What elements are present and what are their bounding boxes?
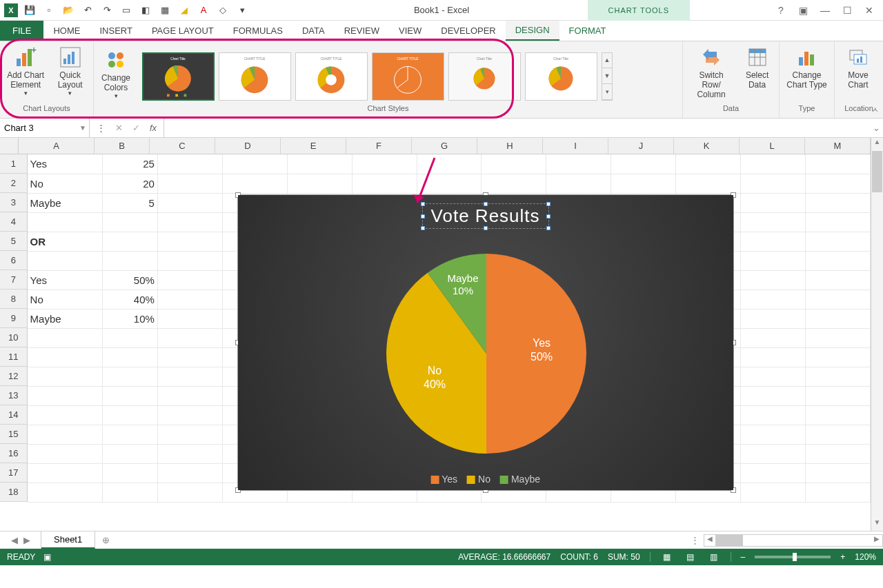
cell-M5[interactable] <box>806 232 871 251</box>
cell-A15[interactable] <box>28 425 103 444</box>
sheet-tab-sheet1[interactable]: Sheet1 <box>41 531 95 549</box>
cell-B13[interactable] <box>103 386 157 405</box>
tab-design[interactable]: DESIGN <box>506 21 559 41</box>
cell-A7[interactable]: Yes <box>28 270 103 290</box>
row-header-1[interactable]: 1 <box>0 154 28 174</box>
cell-M2[interactable] <box>806 174 871 193</box>
column-header-e[interactable]: E <box>281 138 346 154</box>
cell-C14[interactable] <box>157 405 222 425</box>
column-header-b[interactable]: B <box>95 138 150 154</box>
cell-B16[interactable] <box>103 444 157 463</box>
cell-D2[interactable] <box>222 174 287 193</box>
cell-B5[interactable] <box>103 232 157 251</box>
cell-L2[interactable] <box>741 174 806 193</box>
cell-A5[interactable]: OR <box>28 232 103 251</box>
expand-formula-bar-icon[interactable]: ⌄ <box>869 119 883 137</box>
cell-L9[interactable] <box>741 309 806 328</box>
cell-E2[interactable] <box>287 174 352 193</box>
add-chart-element-button[interactable]: + Add Chart Element▾ <box>3 43 48 99</box>
zoom-level[interactable]: 120% <box>855 552 876 562</box>
name-box[interactable]: Chart 3 ▼ <box>0 119 90 137</box>
cell-M15[interactable] <box>806 425 871 444</box>
cell-F2[interactable] <box>352 174 417 193</box>
cell-K1[interactable] <box>676 154 741 174</box>
move-chart-button[interactable]: Move Chart <box>837 43 879 92</box>
cell-B10[interactable] <box>103 328 157 347</box>
cell-A1[interactable]: Yes <box>28 154 103 174</box>
cell-M12[interactable] <box>806 367 871 386</box>
row-header-5[interactable]: 5 <box>0 232 28 251</box>
cell-J2[interactable] <box>611 174 676 193</box>
tab-page-layout[interactable]: PAGE LAYOUT <box>142 21 224 41</box>
cell-C9[interactable] <box>157 309 222 328</box>
column-header-i[interactable]: I <box>543 138 608 154</box>
chart-style-5[interactable]: Chart Title <box>448 52 521 101</box>
view-page-break-icon[interactable]: ▥ <box>707 551 721 562</box>
qat-fill-icon[interactable]: ◢ <box>177 3 192 18</box>
scroll-more-icon[interactable]: ▾ <box>602 84 612 100</box>
qat-clear-icon[interactable]: ◇ <box>215 3 230 18</box>
chart-canvas[interactable]: Vote Results <box>238 195 733 490</box>
row-header-9[interactable]: 9 <box>0 309 28 328</box>
chart-style-2[interactable]: CHART TITLE <box>219 52 291 101</box>
cell-M11[interactable] <box>806 347 871 367</box>
chart-style-3[interactable]: CHART TITLE <box>295 52 368 101</box>
horizontal-scrollbar[interactable]: ◀ ▶ <box>704 534 883 547</box>
collapse-ribbon-icon[interactable]: ㅅ <box>871 105 879 115</box>
cell-I2[interactable] <box>546 174 611 193</box>
cell-B17[interactable] <box>103 463 157 483</box>
cell-B4[interactable] <box>103 212 157 232</box>
tab-insert[interactable]: INSERT <box>90 21 141 41</box>
cell-D1[interactable] <box>222 154 287 174</box>
qat-new-icon[interactable]: ▫ <box>41 3 57 18</box>
column-header-a[interactable]: A <box>19 138 95 154</box>
cell-L14[interactable] <box>741 405 806 425</box>
row-header-11[interactable]: 11 <box>0 347 28 367</box>
cell-C13[interactable] <box>157 386 222 405</box>
quick-layout-button[interactable]: Quick Layout▾ <box>50 43 90 99</box>
cell-A10[interactable] <box>28 328 103 347</box>
cell-C3[interactable] <box>157 193 222 212</box>
cell-H1[interactable] <box>482 154 546 174</box>
tab-review[interactable]: REVIEW <box>335 21 389 41</box>
cells[interactable]: Yes25No20Maybe5ORYes50%No40%Maybe10% Vot… <box>28 154 871 503</box>
cell-H2[interactable] <box>482 174 546 193</box>
sheet-nav[interactable]: ◀▶ <box>0 531 41 549</box>
cell-L6[interactable] <box>741 251 806 270</box>
tab-developer[interactable]: DEVELOPER <box>431 21 505 41</box>
chart-style-4[interactable]: CHART TITLE <box>372 52 444 101</box>
accept-formula-icon[interactable]: ✓ <box>132 123 140 133</box>
cell-E1[interactable] <box>287 154 352 174</box>
cell-M8[interactable] <box>806 290 871 309</box>
cell-C10[interactable] <box>157 328 222 347</box>
cell-L17[interactable] <box>741 463 806 483</box>
column-header-k[interactable]: K <box>674 138 740 154</box>
row-header-17[interactable]: 17 <box>0 463 28 483</box>
add-sheet-button[interactable]: ⊕ <box>95 531 116 549</box>
cell-L3[interactable] <box>741 193 806 212</box>
qat-font-color-icon[interactable]: A <box>196 3 211 18</box>
cell-M17[interactable] <box>806 463 871 483</box>
cell-M10[interactable] <box>806 328 871 347</box>
qat-border-icon[interactable]: ▦ <box>157 3 172 18</box>
cell-C15[interactable] <box>157 425 222 444</box>
scroll-down-icon[interactable]: ▼ <box>602 68 612 84</box>
cell-L1[interactable] <box>741 154 806 174</box>
cell-I1[interactable] <box>546 154 611 174</box>
select-data-button[interactable]: Select Data <box>738 43 776 92</box>
chart-style-6[interactable]: Chart Title <box>525 52 597 101</box>
qat-shapes-icon[interactable]: ◧ <box>138 3 153 18</box>
cell-L5[interactable] <box>741 232 806 251</box>
cell-M3[interactable] <box>806 193 871 212</box>
tab-home[interactable]: HOME <box>43 21 90 41</box>
zoom-slider[interactable] <box>755 556 831 558</box>
tab-file[interactable]: FILE <box>0 21 43 41</box>
cell-A3[interactable]: Maybe <box>28 193 103 212</box>
cell-C8[interactable] <box>157 290 222 309</box>
cell-L12[interactable] <box>741 367 806 386</box>
cell-A12[interactable] <box>28 367 103 386</box>
qat-undo-icon[interactable]: ↶ <box>80 3 95 18</box>
row-header-14[interactable]: 14 <box>0 405 28 425</box>
column-header-h[interactable]: H <box>477 138 543 154</box>
qat-redo-icon[interactable]: ↷ <box>99 3 115 18</box>
